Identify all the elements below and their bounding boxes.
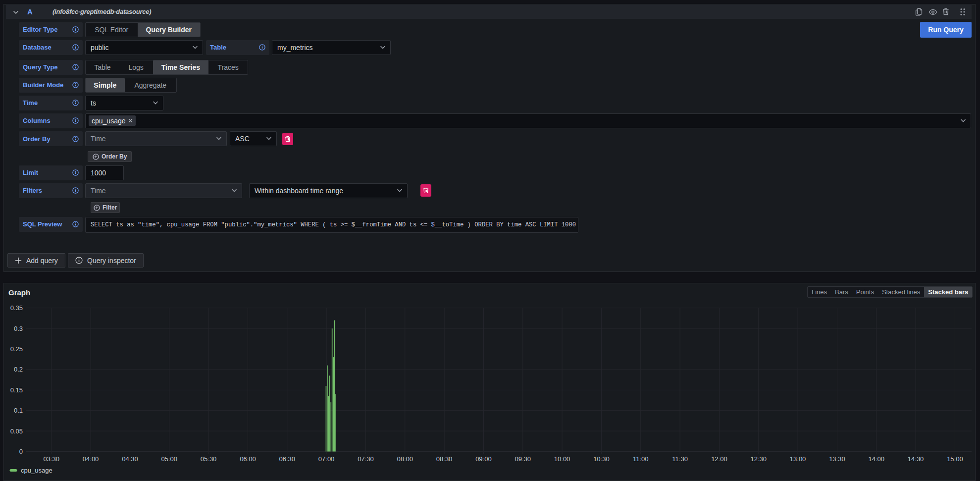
svg-text:08:30: 08:30 <box>436 455 453 463</box>
svg-text:0: 0 <box>19 448 23 455</box>
svg-text:0.35: 0.35 <box>10 304 23 312</box>
svg-text:10:30: 10:30 <box>593 455 610 463</box>
svg-text:04:00: 04:00 <box>83 455 99 463</box>
svg-text:15:00: 15:00 <box>947 455 963 463</box>
svg-text:12:30: 12:30 <box>750 455 767 463</box>
svg-text:13:00: 13:00 <box>790 455 806 463</box>
svg-text:05:30: 05:30 <box>201 455 217 463</box>
svg-text:05:00: 05:00 <box>161 455 178 463</box>
svg-text:07:30: 07:30 <box>358 455 374 463</box>
svg-text:0.3: 0.3 <box>14 325 23 332</box>
svg-text:11:30: 11:30 <box>672 455 688 463</box>
svg-text:07:00: 07:00 <box>318 455 335 463</box>
svg-text:06:00: 06:00 <box>240 455 256 463</box>
svg-text:0.25: 0.25 <box>10 345 23 353</box>
svg-text:0.05: 0.05 <box>10 428 23 435</box>
svg-text:06:30: 06:30 <box>279 455 296 463</box>
svg-text:12:00: 12:00 <box>711 455 727 463</box>
svg-text:0.2: 0.2 <box>14 366 23 373</box>
svg-text:03:30: 03:30 <box>44 455 60 463</box>
svg-text:11:00: 11:00 <box>633 455 649 463</box>
svg-text:cpu_usage: cpu_usage <box>21 467 52 474</box>
svg-text:09:30: 09:30 <box>515 455 531 463</box>
svg-text:10:00: 10:00 <box>554 455 570 463</box>
svg-text:13:30: 13:30 <box>829 455 845 463</box>
svg-text:09:00: 09:00 <box>475 455 492 463</box>
svg-text:0.15: 0.15 <box>10 386 23 394</box>
svg-text:08:00: 08:00 <box>397 455 413 463</box>
svg-text:04:30: 04:30 <box>122 455 138 463</box>
svg-text:14:00: 14:00 <box>868 455 884 463</box>
svg-text:14:30: 14:30 <box>908 455 924 463</box>
svg-text:0.1: 0.1 <box>14 407 23 414</box>
